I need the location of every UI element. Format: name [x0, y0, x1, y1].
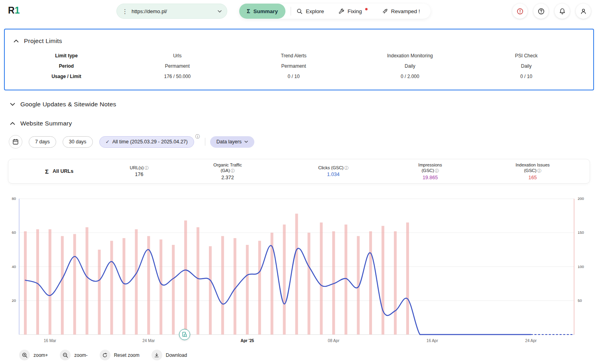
limits-cell: Daily	[468, 61, 584, 71]
data-layers-label: Data layers	[216, 139, 242, 145]
impressions-bar	[369, 231, 372, 335]
stat-value-3: 19.865	[412, 175, 448, 180]
limits-row-label: Usage / Limit	[14, 71, 119, 82]
range-7-days-button[interactable]: 7 days	[29, 136, 56, 148]
document-magnifier-icon	[182, 332, 187, 337]
limits-cell: Trend Alerts	[236, 51, 352, 61]
impressions-bar	[110, 241, 113, 335]
data-layers-button[interactable]: Data layers	[210, 136, 254, 148]
impressions-bar	[122, 238, 125, 335]
left-axis-tick: 80	[12, 196, 16, 201]
account-button[interactable]	[576, 4, 591, 19]
info-icon[interactable]: ⓘ	[344, 166, 348, 170]
stat-urls: URL(s)ⓘ 176	[117, 165, 161, 177]
info-icon[interactable]: ⓘ	[144, 166, 148, 170]
stat-clicks: Clicks (GSC)ⓘ 1.034	[307, 165, 359, 177]
info-icon[interactable]: ⓘ	[435, 169, 439, 173]
stat-label: Organic Traffic (GA)	[213, 162, 242, 173]
app-logo[interactable]: R1	[8, 5, 19, 16]
range-30-days-label: 30 days	[69, 139, 87, 145]
stat-value-2: 1.034	[307, 172, 359, 178]
traffic-chart[interactable]: 204060805010015020016 Mar24 MarApr '2508…	[0, 196, 598, 345]
rocket-icon	[382, 8, 388, 14]
limits-cell: Indexation Monitoring	[352, 51, 468, 61]
limits-cell: Permament	[119, 61, 236, 71]
left-axis-tick: 40	[12, 264, 16, 269]
chart-controls: zoom+ zoom- Reset zoom Download	[19, 350, 598, 360]
chevron-up-icon	[14, 39, 19, 43]
impressions-bar	[394, 231, 397, 335]
limits-cell: 0 / 10	[468, 71, 584, 82]
impressions-bar	[307, 233, 310, 335]
impressions-bar	[172, 245, 175, 335]
range-all-time-button[interactable]: ✓ All time (2025.03.29 - 2025.04.27)	[99, 136, 194, 148]
impressions-bar	[98, 250, 101, 335]
zoom-out-button[interactable]: zoom-	[60, 350, 87, 360]
x-axis-tick: Apr '25	[241, 339, 254, 343]
project-limits-table: Limit type Urls Trend Alerts Indexation …	[14, 51, 584, 82]
logo-r: R	[8, 5, 14, 16]
reset-icon	[102, 352, 108, 358]
help-button[interactable]	[533, 4, 549, 19]
impressions-bar	[234, 238, 236, 335]
all-urls-row[interactable]: Σ All URLs	[45, 159, 73, 183]
tab-summary[interactable]: Σ Summary	[239, 4, 285, 19]
project-url-selector[interactable]: ⋮ https://demo.pl/	[116, 4, 227, 19]
project-limits-header[interactable]: Project Limits	[14, 37, 584, 45]
impressions-bar	[382, 226, 384, 335]
wrench-icon	[338, 8, 344, 14]
main-nav: Σ Summary Explore Fixing Revamped !	[239, 4, 431, 19]
zoom-in-button[interactable]: zoom+	[19, 350, 48, 360]
tab-summary-label: Summary	[253, 8, 278, 14]
calendar-icon	[12, 139, 19, 145]
stat-value-0: 176	[117, 172, 161, 178]
x-axis-tick: 16 Apr	[427, 339, 439, 343]
range-30-days-button[interactable]: 30 days	[63, 136, 93, 148]
exclamation-circle-icon	[517, 8, 523, 15]
zoom-in-icon	[22, 352, 28, 358]
chevron-down-icon	[244, 141, 248, 143]
check-icon: ✓	[106, 139, 110, 145]
info-icon[interactable]: ⓘ	[537, 169, 541, 173]
sigma-icon: Σ	[247, 8, 250, 14]
google-updates-header[interactable]: Google Updates & Sitewide Notes	[10, 101, 598, 108]
info-icon[interactable]: ⓘ	[231, 169, 235, 173]
stat-organic-traffic: Organic Traffic (GA)ⓘ 2.372	[211, 162, 244, 180]
header-actions	[512, 4, 591, 19]
project-url: https://demo.pl/	[132, 8, 214, 14]
stat-value-1: 2.372	[211, 175, 244, 180]
website-summary-header[interactable]: Website Summary	[10, 120, 598, 127]
chart-preview-button[interactable]	[179, 329, 190, 340]
download-button[interactable]: Download	[151, 350, 187, 360]
x-axis-tick: 24 Mar	[142, 339, 155, 343]
reset-zoom-button[interactable]: Reset zoom	[100, 350, 140, 360]
chevron-down-icon	[218, 10, 222, 13]
impressions-bar	[258, 241, 261, 335]
google-updates-title: Google Updates & Sitewide Notes	[20, 101, 116, 108]
limits-cell: Urls	[119, 51, 236, 61]
tab-revamped[interactable]: Revamped !	[382, 8, 420, 14]
impressions-bar	[344, 225, 347, 335]
info-icon[interactable]: ⓘ	[195, 133, 200, 140]
limits-row-label: Period	[14, 61, 119, 71]
tab-explore[interactable]: Explore	[297, 8, 324, 14]
question-circle-icon	[538, 8, 545, 15]
impressions-bar	[283, 225, 286, 335]
tab-fixing[interactable]: Fixing	[338, 8, 368, 14]
left-axis-tick: 60	[12, 230, 16, 235]
zoom-in-label: zoom+	[33, 352, 48, 358]
limits-cell: PSI Check	[468, 51, 584, 61]
limits-cell: 176 / 50.000	[119, 71, 236, 82]
summary-chart-canvas[interactable]: 204060805010015020016 Mar24 MarApr '2508…	[0, 196, 598, 345]
impressions-bar	[295, 214, 298, 335]
tab-explore-label: Explore	[306, 8, 324, 14]
impressions-bar	[209, 246, 212, 335]
limits-row-label: Limit type	[14, 51, 119, 61]
alerts-button[interactable]	[512, 4, 527, 19]
fixing-alert-badge	[365, 8, 368, 10]
calendar-button[interactable]	[9, 135, 22, 149]
filter-divider	[205, 138, 205, 146]
impressions-bar	[197, 227, 199, 335]
kebab-menu-icon[interactable]: ⋮	[122, 8, 128, 14]
notifications-button[interactable]	[555, 4, 570, 19]
